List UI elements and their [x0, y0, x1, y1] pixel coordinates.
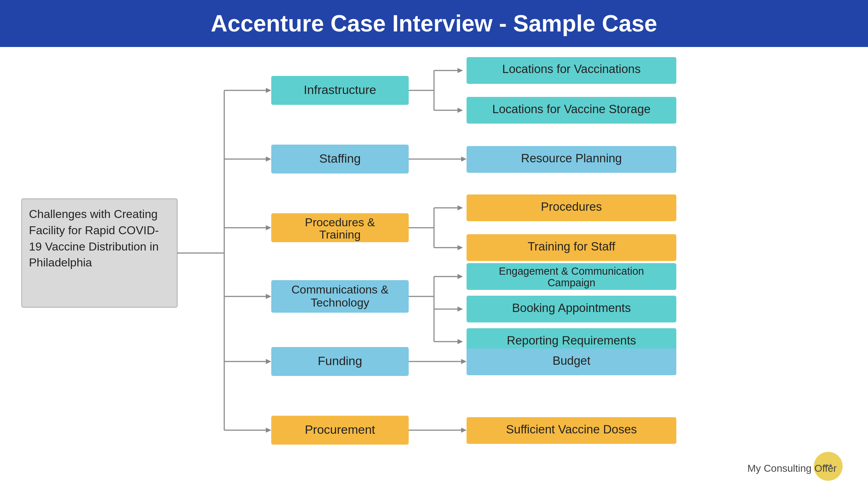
svg-text:Locations for Vaccinations: Locations for Vaccinations: [502, 62, 641, 76]
svg-marker-49: [266, 225, 271, 230]
svg-text:Booking Appointments: Booking Appointments: [512, 301, 631, 314]
svg-marker-75: [458, 307, 463, 312]
svg-marker-69: [458, 245, 463, 250]
svg-marker-73: [458, 274, 463, 279]
svg-text:Engagement & Communication: Engagement & Communication: [499, 265, 644, 277]
svg-text:Locations for Vaccine Storage: Locations for Vaccine Storage: [492, 102, 651, 116]
procedures-training-label: Procedures &: [305, 216, 375, 229]
comms-tech-label2: Technology: [311, 296, 369, 309]
full-diagram-svg: Challenges with Creating Facility for Ra…: [0, 47, 868, 488]
svg-marker-51: [266, 294, 271, 299]
procedures-training-label2: Training: [319, 228, 361, 241]
svg-text:Resource Planning: Resource Planning: [521, 151, 622, 165]
svg-marker-63: [461, 157, 467, 162]
svg-marker-45: [266, 88, 271, 93]
procurement-label: Procurement: [305, 423, 375, 436]
svg-marker-77: [458, 339, 463, 344]
svg-text:Procedures: Procedures: [541, 200, 602, 213]
infrastructure-label: Infrastructure: [304, 83, 376, 97]
svg-marker-79: [461, 359, 467, 364]
main-title: Accenture Case Interview - Sample Case: [211, 10, 657, 37]
svg-marker-61: [458, 108, 463, 113]
svg-marker-55: [266, 428, 271, 433]
svg-text:Campaign: Campaign: [548, 277, 595, 288]
staffing-label: Staffing: [319, 151, 361, 165]
svg-marker-67: [458, 205, 463, 210]
svg-text:Budget: Budget: [553, 354, 591, 367]
svg-text:My Consulting Offer: My Consulting Offer: [748, 463, 837, 474]
svg-marker-81: [461, 428, 467, 433]
svg-marker-47: [266, 157, 271, 162]
svg-text:Reporting Requirements: Reporting Requirements: [507, 334, 636, 347]
funding-label: Funding: [318, 354, 362, 368]
svg-marker-53: [266, 359, 271, 364]
comms-tech-label: Communications &: [292, 283, 389, 296]
svg-text:Sufficient Vaccine Doses: Sufficient Vaccine Doses: [506, 423, 637, 436]
svg-marker-59: [458, 68, 463, 73]
svg-text:Training for Staff: Training for Staff: [528, 240, 616, 253]
